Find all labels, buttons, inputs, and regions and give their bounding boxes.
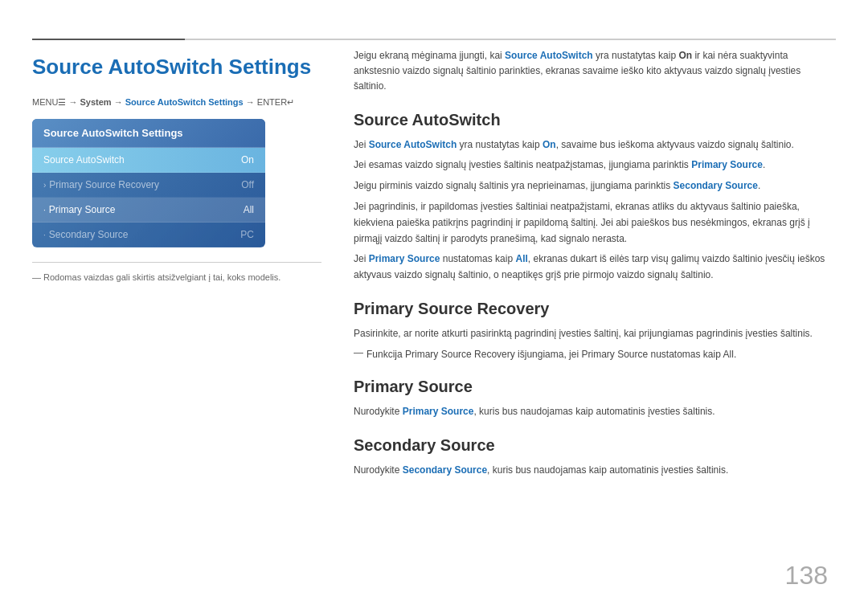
item-label-primary-recovery: Primary Source Recovery bbox=[49, 179, 241, 190]
item-value-source-autoswitch: On bbox=[241, 154, 254, 166]
section-heading-primary-source: Primary Source bbox=[354, 378, 836, 396]
item-value-secondary-source: PC bbox=[240, 229, 254, 240]
section-heading-primary-recovery: Primary Source Recovery bbox=[354, 300, 836, 318]
intro-bold-on: On bbox=[678, 50, 692, 61]
panel-title: Source AutoSwitch Settings bbox=[32, 119, 265, 148]
intro-blue-source: Source AutoSwitch bbox=[505, 50, 593, 61]
blue-primary-source-2: Primary Source bbox=[403, 406, 474, 417]
blue-secondary-source-2: Secondary Source bbox=[403, 464, 487, 476]
section-text-psr-1: Pasirinkite, ar norite atkurti pasirinkt… bbox=[354, 326, 836, 342]
section-text-sa-2: Jei esamas vaizdo signalų įvesties šalti… bbox=[354, 157, 836, 174]
blue-primary-note: Primary Source bbox=[581, 349, 648, 360]
page-number: 138 bbox=[785, 561, 828, 591]
dot-icon-secondary-source: · bbox=[43, 231, 46, 239]
section-text-ps-1: Nurodykite Primary Source, kuris bus nau… bbox=[354, 404, 836, 420]
right-column: Jeigu ekraną mėginama įjungti, kai Sourc… bbox=[354, 48, 836, 494]
panel-item-primary-recovery[interactable]: › Primary Source Recovery Off bbox=[32, 173, 265, 198]
menu-highlight: Source AutoSwitch Settings bbox=[125, 97, 244, 107]
section-primary-source: Primary Source Nurodykite Primary Source… bbox=[354, 378, 836, 420]
section-primary-source-recovery: Primary Source Recovery Pasirinkite, ar … bbox=[354, 300, 836, 362]
item-label-secondary-source: Secondary Source bbox=[49, 229, 241, 240]
panel-item-secondary-source[interactable]: · Secondary Source PC bbox=[32, 223, 265, 247]
blue-source-autoswitch-1: Source AutoSwitch bbox=[369, 139, 457, 150]
top-line-accent bbox=[32, 39, 185, 40]
section-heading-source-autoswitch: Source AutoSwitch bbox=[354, 111, 836, 129]
blue-primary-1: Primary Source bbox=[691, 159, 763, 170]
section-text-ss-1: Nurodykite Secondary Source, kuris bus n… bbox=[354, 463, 836, 479]
item-label-primary-source: Primary Source bbox=[49, 204, 244, 215]
left-note-section: ― Rodomas vaizdas gali skirtis atsižvelg… bbox=[32, 262, 321, 284]
page-title: Source AutoSwitch Settings bbox=[32, 55, 321, 80]
section-heading-secondary-source: Secondary Source bbox=[354, 436, 836, 455]
menu-prefix: MENU bbox=[32, 97, 58, 107]
left-column: Source AutoSwitch Settings MENU☰ → Syste… bbox=[32, 48, 321, 284]
item-label-source-autoswitch: Source AutoSwitch bbox=[43, 154, 241, 166]
dot-icon-primary-source: · bbox=[43, 206, 46, 215]
menu-system: System bbox=[80, 97, 112, 107]
menu-arrow2: → bbox=[114, 97, 125, 107]
item-value-primary-source: All bbox=[244, 204, 254, 215]
enter-icon: ↵ bbox=[287, 97, 294, 107]
dot-icon-primary-recovery: › bbox=[43, 181, 46, 190]
section-secondary-source: Secondary Source Nurodykite Secondary So… bbox=[354, 436, 836, 479]
blue-all-1: All bbox=[515, 253, 527, 264]
menu-arrow3: → ENTER bbox=[246, 97, 287, 107]
section-text-sa-4: Jei pagrindinis, ir papildomas įvesties … bbox=[354, 199, 836, 247]
psr-note-content: Funkcija Primary Source Recovery išjungi… bbox=[366, 347, 736, 362]
intro-paragraph: Jeigu ekraną mėginama įjungti, kai Sourc… bbox=[354, 48, 836, 95]
blue-psr-note: Primary Source Recovery bbox=[405, 349, 515, 360]
section-source-autoswitch: Source AutoSwitch Jei Source AutoSwitch … bbox=[354, 111, 836, 284]
menu-arrow1: → bbox=[68, 97, 80, 107]
menu-icon: ☰ bbox=[58, 97, 66, 107]
menu-path: MENU☰ → System → Source AutoSwitch Setti… bbox=[32, 97, 321, 108]
panel-item-source-autoswitch[interactable]: Source AutoSwitch On bbox=[32, 148, 265, 173]
blue-primary-source-all: Primary Source bbox=[369, 253, 440, 264]
panel-item-primary-source[interactable]: · Primary Source All bbox=[32, 198, 265, 223]
blue-secondary-1: Secondary Source bbox=[674, 180, 758, 191]
panel: Source AutoSwitch Settings Source AutoSw… bbox=[32, 119, 265, 247]
psr-note-bar: ― Funkcija Primary Source Recovery išjun… bbox=[354, 347, 836, 362]
section-text-sa-5: Jei Primary Source nustatomas kaip All, … bbox=[354, 251, 836, 284]
section-text-sa-1: Jei Source AutoSwitch yra nustatytas kai… bbox=[354, 137, 836, 153]
item-value-primary-recovery: Off bbox=[241, 179, 254, 190]
left-note-text: ― Rodomas vaizdas gali skirtis atsižvelg… bbox=[32, 271, 321, 284]
intro-bold-source: Source AutoSwitch bbox=[505, 50, 593, 61]
blue-all-note: All bbox=[723, 349, 734, 360]
note-dash-icon: ― bbox=[354, 347, 363, 358]
blue-on-1: On bbox=[542, 139, 556, 150]
section-text-sa-3: Jeigu pirminis vaizdo signalų šaltinis y… bbox=[354, 178, 836, 194]
